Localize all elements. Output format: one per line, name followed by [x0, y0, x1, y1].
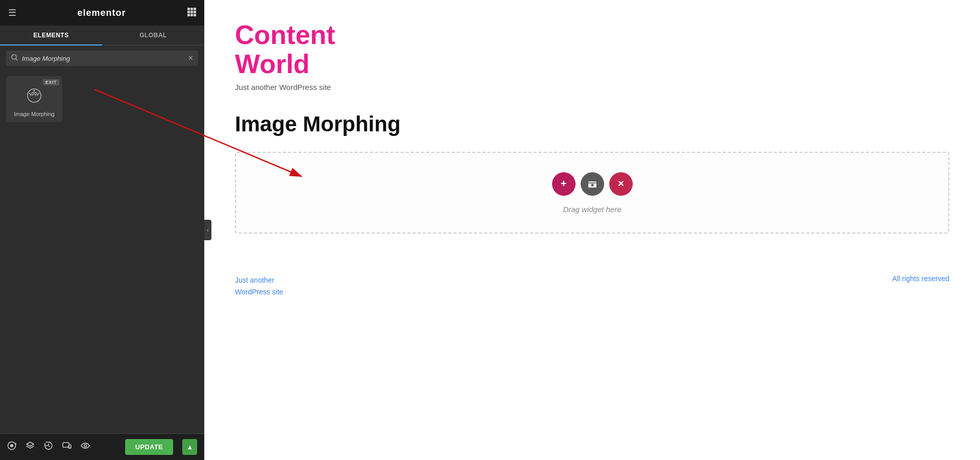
site-title: Content World	[235, 20, 949, 79]
svg-rect-3	[187, 11, 190, 13]
collapse-handle[interactable]: ‹	[204, 220, 211, 240]
svg-rect-12	[63, 443, 69, 447]
page-footer: Just another WordPress site All rights r…	[204, 244, 980, 313]
svg-rect-1	[190, 8, 193, 10]
site-title-line1: Content	[235, 20, 335, 50]
search-input[interactable]	[22, 55, 184, 62]
responsive-icon[interactable]	[62, 441, 71, 453]
bottom-toolbar: UPDATE ▲	[0, 433, 204, 460]
footer-left-line2: WordPress site	[235, 288, 283, 296]
svg-point-11	[34, 90, 35, 91]
exit-button[interactable]: ✕	[609, 172, 633, 196]
drag-text: Drag widget here	[563, 205, 621, 214]
widget-badge: EXIT	[43, 79, 59, 85]
add-template-button[interactable]	[581, 172, 604, 196]
widget-icon-image-morphing	[23, 84, 45, 107]
page-title-area: Image Morphing	[204, 102, 980, 142]
eye-icon[interactable]	[81, 441, 90, 453]
main-content: Content World Just another WordPress sit…	[204, 0, 980, 460]
svg-point-16	[591, 183, 593, 186]
clear-search-icon[interactable]: ×	[188, 54, 193, 63]
add-section-button[interactable]: +	[552, 172, 576, 196]
widget-label: Image Morphing	[14, 111, 55, 117]
page-title: Image Morphing	[235, 112, 949, 136]
svg-rect-2	[194, 8, 196, 10]
hamburger-icon[interactable]: ☰	[8, 7, 16, 18]
update-arrow-button[interactable]: ▲	[182, 439, 197, 455]
svg-line-10	[16, 59, 17, 60]
elementor-logo: elementor	[77, 8, 126, 18]
search-bar: ×	[6, 51, 198, 66]
svg-rect-7	[190, 14, 193, 16]
widget-card-image-morphing[interactable]: EXIT Image Morphing	[6, 76, 62, 122]
footer-left: Just another WordPress site	[235, 274, 283, 297]
svg-rect-8	[194, 14, 196, 16]
footer-left-line1: Just another	[235, 276, 274, 284]
footer-right: All rights reserved	[892, 274, 949, 283]
search-icon	[11, 54, 18, 62]
site-tagline: Just another WordPress site	[235, 83, 949, 91]
left-panel: ☰ elementor ELEMENTS GLOBAL	[0, 0, 204, 460]
drop-zone[interactable]: + ✕ Drag widget here	[235, 152, 949, 234]
tab-elements[interactable]: ELEMENTS	[0, 26, 102, 45]
svg-rect-0	[187, 8, 190, 10]
grid-icon[interactable]	[187, 7, 196, 18]
history-icon[interactable]	[44, 441, 53, 453]
top-bar: ☰ elementor	[0, 0, 204, 26]
site-title-line2: World	[235, 49, 309, 79]
site-header: Content World Just another WordPress sit…	[204, 0, 980, 102]
svg-point-14	[84, 445, 87, 447]
layers-icon[interactable]	[26, 441, 35, 453]
widget-area: EXIT Image Morphing	[0, 71, 204, 433]
gear-icon[interactable]	[7, 441, 16, 453]
svg-rect-4	[190, 11, 193, 13]
svg-rect-5	[194, 11, 196, 13]
tab-global[interactable]: GLOBAL	[102, 26, 204, 45]
update-button[interactable]: UPDATE	[125, 439, 173, 455]
drop-buttons: + ✕	[552, 172, 633, 196]
svg-rect-6	[187, 14, 190, 16]
tabs: ELEMENTS GLOBAL	[0, 26, 204, 45]
